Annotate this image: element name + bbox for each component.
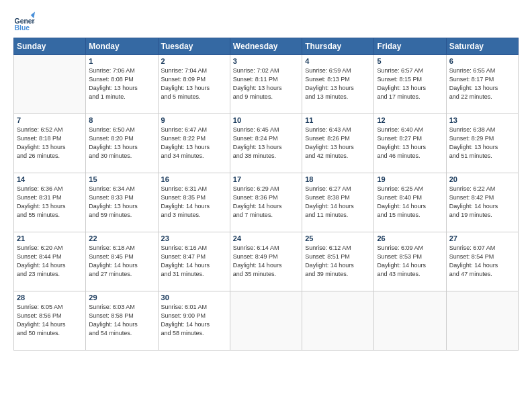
cell-content: Sunrise: 6:50 AM Sunset: 8:20 PM Dayligh… [89, 126, 154, 161]
calendar-week-row: 21Sunrise: 6:20 AM Sunset: 8:44 PM Dayli… [14, 232, 519, 291]
calendar-cell [230, 291, 302, 351]
day-number: 29 [89, 293, 154, 302]
logo: General Blue [13, 11, 38, 32]
calendar-cell: 5Sunrise: 6:57 AM Sunset: 8:15 PM Daylig… [374, 55, 446, 114]
cell-content: Sunrise: 6:43 AM Sunset: 8:26 PM Dayligh… [305, 126, 371, 161]
calendar-cell: 15Sunrise: 6:34 AM Sunset: 8:33 PM Dayli… [86, 173, 158, 232]
weekday-header-cell: Saturday [446, 38, 518, 55]
day-number: 19 [377, 175, 443, 183]
cell-content: Sunrise: 6:25 AM Sunset: 8:40 PM Dayligh… [377, 185, 443, 220]
cell-content: Sunrise: 6:45 AM Sunset: 8:24 PM Dayligh… [233, 126, 299, 161]
calendar-cell [446, 291, 518, 351]
cell-content: Sunrise: 6:27 AM Sunset: 8:38 PM Dayligh… [305, 185, 371, 220]
day-number: 12 [377, 116, 443, 124]
day-number: 8 [89, 116, 154, 124]
day-number: 26 [377, 234, 443, 242]
cell-content: Sunrise: 6:05 AM Sunset: 8:56 PM Dayligh… [17, 303, 83, 338]
calendar-cell: 4Sunrise: 6:59 AM Sunset: 8:13 PM Daylig… [302, 55, 374, 114]
day-number: 24 [233, 234, 299, 242]
cell-content: Sunrise: 7:06 AM Sunset: 8:08 PM Dayligh… [89, 66, 154, 101]
calendar-cell: 10Sunrise: 6:45 AM Sunset: 8:24 PM Dayli… [230, 114, 302, 173]
calendar-cell: 23Sunrise: 6:16 AM Sunset: 8:47 PM Dayli… [158, 232, 230, 291]
day-number: 16 [161, 175, 227, 183]
calendar-cell: 19Sunrise: 6:25 AM Sunset: 8:40 PM Dayli… [374, 173, 446, 232]
calendar-cell: 29Sunrise: 6:03 AM Sunset: 8:58 PM Dayli… [86, 291, 158, 351]
cell-content: Sunrise: 6:47 AM Sunset: 8:22 PM Dayligh… [161, 126, 227, 161]
day-number: 7 [17, 116, 83, 124]
calendar-cell: 28Sunrise: 6:05 AM Sunset: 8:56 PM Dayli… [14, 291, 86, 351]
cell-content: Sunrise: 6:16 AM Sunset: 8:47 PM Dayligh… [161, 244, 227, 279]
cell-content: Sunrise: 6:29 AM Sunset: 8:36 PM Dayligh… [233, 185, 299, 220]
cell-content: Sunrise: 6:36 AM Sunset: 8:31 PM Dayligh… [17, 185, 83, 220]
cell-content: Sunrise: 6:40 AM Sunset: 8:27 PM Dayligh… [377, 126, 443, 161]
day-number: 22 [89, 234, 154, 242]
day-number: 25 [305, 234, 371, 242]
cell-content: Sunrise: 6:59 AM Sunset: 8:13 PM Dayligh… [305, 66, 371, 101]
cell-content: Sunrise: 6:07 AM Sunset: 8:54 PM Dayligh… [449, 244, 515, 279]
day-number: 2 [161, 57, 227, 65]
calendar-cell: 3Sunrise: 7:02 AM Sunset: 8:11 PM Daylig… [230, 55, 302, 114]
day-number: 27 [449, 234, 515, 242]
calendar-cell: 1Sunrise: 7:06 AM Sunset: 8:08 PM Daylig… [86, 55, 158, 114]
calendar-cell: 14Sunrise: 6:36 AM Sunset: 8:31 PM Dayli… [14, 173, 86, 232]
cell-content: Sunrise: 6:14 AM Sunset: 8:49 PM Dayligh… [233, 244, 299, 279]
svg-text:Blue: Blue [15, 24, 30, 32]
cell-content: Sunrise: 6:55 AM Sunset: 8:17 PM Dayligh… [449, 66, 515, 101]
cell-content: Sunrise: 6:20 AM Sunset: 8:44 PM Dayligh… [17, 244, 83, 279]
cell-content: Sunrise: 7:04 AM Sunset: 8:09 PM Dayligh… [161, 66, 227, 101]
day-number: 9 [161, 116, 227, 124]
weekday-header-cell: Sunday [14, 38, 86, 55]
weekday-header-cell: Tuesday [158, 38, 230, 55]
day-number: 20 [449, 175, 515, 183]
calendar-cell [14, 55, 86, 114]
day-number: 6 [449, 57, 515, 65]
day-number: 17 [233, 175, 299, 183]
weekday-header-cell: Wednesday [230, 38, 302, 55]
calendar-cell: 16Sunrise: 6:31 AM Sunset: 8:35 PM Dayli… [158, 173, 230, 232]
cell-content: Sunrise: 6:34 AM Sunset: 8:33 PM Dayligh… [89, 185, 154, 220]
cell-content: Sunrise: 6:22 AM Sunset: 8:42 PM Dayligh… [449, 185, 515, 220]
calendar-cell: 22Sunrise: 6:18 AM Sunset: 8:45 PM Dayli… [86, 232, 158, 291]
calendar-cell [374, 291, 446, 351]
day-number: 21 [17, 234, 83, 242]
cell-content: Sunrise: 6:18 AM Sunset: 8:45 PM Dayligh… [89, 244, 154, 279]
day-number: 3 [233, 57, 299, 65]
calendar-cell: 18Sunrise: 6:27 AM Sunset: 8:38 PM Dayli… [302, 173, 374, 232]
day-number: 11 [305, 116, 371, 124]
calendar-cell: 27Sunrise: 6:07 AM Sunset: 8:54 PM Dayli… [446, 232, 518, 291]
calendar-cell: 8Sunrise: 6:50 AM Sunset: 8:20 PM Daylig… [86, 114, 158, 173]
day-number: 28 [17, 293, 83, 302]
calendar-table: SundayMondayTuesdayWednesdayThursdayFrid… [13, 38, 519, 351]
day-number: 14 [17, 175, 83, 183]
calendar-week-row: 28Sunrise: 6:05 AM Sunset: 8:56 PM Dayli… [14, 291, 519, 351]
calendar-cell: 2Sunrise: 7:04 AM Sunset: 8:09 PM Daylig… [158, 55, 230, 114]
calendar-week-row: 7Sunrise: 6:52 AM Sunset: 8:18 PM Daylig… [14, 114, 519, 173]
cell-content: Sunrise: 6:03 AM Sunset: 8:58 PM Dayligh… [89, 303, 154, 338]
calendar-cell: 11Sunrise: 6:43 AM Sunset: 8:26 PM Dayli… [302, 114, 374, 173]
weekday-header-cell: Thursday [302, 38, 374, 55]
weekday-header-cell: Monday [86, 38, 158, 55]
cell-content: Sunrise: 6:52 AM Sunset: 8:18 PM Dayligh… [17, 126, 83, 161]
weekday-header-cell: Friday [374, 38, 446, 55]
day-number: 18 [305, 175, 371, 183]
calendar-cell: 25Sunrise: 6:12 AM Sunset: 8:51 PM Dayli… [302, 232, 374, 291]
cell-content: Sunrise: 6:01 AM Sunset: 9:00 PM Dayligh… [161, 303, 227, 338]
day-number: 15 [89, 175, 154, 183]
day-number: 5 [377, 57, 443, 65]
page-header: General Blue [13, 11, 519, 32]
cell-content: Sunrise: 6:38 AM Sunset: 8:29 PM Dayligh… [449, 126, 515, 161]
calendar-week-row: 14Sunrise: 6:36 AM Sunset: 8:31 PM Dayli… [14, 173, 519, 232]
calendar-cell: 20Sunrise: 6:22 AM Sunset: 8:42 PM Dayli… [446, 173, 518, 232]
cell-content: Sunrise: 6:57 AM Sunset: 8:15 PM Dayligh… [377, 66, 443, 101]
day-number: 1 [89, 57, 154, 65]
calendar-cell: 7Sunrise: 6:52 AM Sunset: 8:18 PM Daylig… [14, 114, 86, 173]
calendar-cell: 17Sunrise: 6:29 AM Sunset: 8:36 PM Dayli… [230, 173, 302, 232]
calendar-cell: 9Sunrise: 6:47 AM Sunset: 8:22 PM Daylig… [158, 114, 230, 173]
day-number: 4 [305, 57, 371, 65]
calendar-cell: 24Sunrise: 6:14 AM Sunset: 8:49 PM Dayli… [230, 232, 302, 291]
day-number: 30 [161, 293, 227, 302]
cell-content: Sunrise: 6:31 AM Sunset: 8:35 PM Dayligh… [161, 185, 227, 220]
cell-content: Sunrise: 7:02 AM Sunset: 8:11 PM Dayligh… [233, 66, 299, 101]
calendar-cell [302, 291, 374, 351]
calendar-cell: 30Sunrise: 6:01 AM Sunset: 9:00 PM Dayli… [158, 291, 230, 351]
